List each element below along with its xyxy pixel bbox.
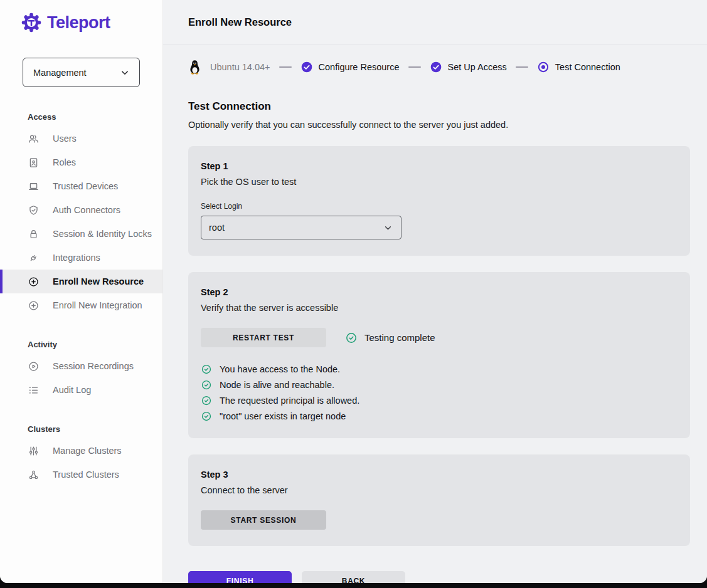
step1-card: Step 1 Pick the OS user to test Select L… [188,146,690,256]
start-session-button[interactable]: START SESSION [201,510,326,530]
sidebar-item-label: Trusted Devices [53,181,118,191]
sidebar-item-label: Enroll New Resource [53,276,144,286]
sidebar-item-label: Integrations [53,253,100,263]
check-item: Node is alive and reachable. [201,379,678,391]
plug-icon [28,252,40,264]
linux-tux-icon [188,59,201,75]
chevron-down-icon [119,67,130,78]
restart-test-button[interactable]: RESTART TEST [201,328,326,347]
window-bottom-edge [0,583,707,588]
sidebar-item-label: Session & Identity Locks [53,229,152,239]
nav-section-activity: Activity [0,331,162,354]
page-title: Enroll New Resource [188,16,292,28]
network-icon [28,469,40,481]
app-window: Teleport Management Access Users Roles T… [0,0,707,583]
finish-button[interactable]: FINISH [188,571,292,583]
section-subtitle: Optionally verify that you can successfu… [188,120,690,130]
sidebar-item-auth-connectors[interactable]: Auth Connectors [0,198,162,222]
wizard-footer: FINISH BACK [188,571,690,583]
sidebar-item-label: Roles [53,157,76,167]
main-panel: Enroll New Resource Ubuntu 14.04+ Config… [163,0,707,583]
workspace-selector[interactable]: Management [23,58,140,87]
stepper-divider [516,66,528,68]
sliders-icon [28,445,40,457]
login-select[interactable]: root [201,216,401,239]
enrollment-stepper: Ubuntu 14.04+ Configure Resource Set Up … [188,59,690,75]
brand-name: Teleport [47,13,110,33]
laptop-icon [28,181,40,192]
sidebar-nav: Access Users Roles Trusted Devices Auth … [0,103,162,486]
sidebar-item-trusted-devices[interactable]: Trusted Devices [0,174,162,198]
sidebar-item-users[interactable]: Users [0,127,162,150]
list-icon [28,384,40,396]
step-test-connection: Test Connection [537,61,620,73]
step-active-bullseye-icon [537,61,550,73]
sidebar-item-label: Trusted Clusters [53,470,119,480]
teleport-logo[interactable]: Teleport [21,13,162,33]
sidebar-item-roles[interactable]: Roles [0,150,162,174]
stepper-divider [279,66,292,68]
success-check-icon [201,364,212,375]
check-item-label: Node is alive and reachable. [220,380,334,390]
plus-circle-icon [28,276,40,288]
shield-check-icon [28,204,40,216]
step2-title: Step 2 [201,287,678,297]
check-item-label: You have access to the Node. [220,364,340,374]
resource-label: Ubuntu 14.04+ [210,62,270,72]
login-select-value: root [209,223,225,233]
sidebar-item-trusted-clusters[interactable]: Trusted Clusters [0,463,162,486]
select-login-label: Select Login [201,202,678,211]
sidebar-item-integrations[interactable]: Integrations [0,246,162,270]
chevron-down-icon [383,223,393,233]
step-configure-resource: Configure Resource [300,61,400,73]
check-item-label: The requested principal is allowed. [220,396,359,406]
step2-card: Step 2 Verify that the server is accessi… [188,272,690,438]
sidebar-item-enroll-new-integration[interactable]: Enroll New Integration [0,293,162,317]
users-icon [28,133,40,145]
step-complete-check-icon [300,61,313,73]
step2-description: Verify that the server is accessible [201,303,678,313]
sidebar-item-manage-clusters[interactable]: Manage Clusters [0,439,162,463]
step3-card: Step 3 Connect to the server START SESSI… [188,454,690,546]
success-check-icon [345,332,358,344]
sidebar-item-label: Session Recordings [53,361,134,371]
success-check-icon [201,379,212,391]
teleport-gear-icon [21,13,41,33]
page-header: Enroll New Resource [163,0,707,45]
sidebar: Teleport Management Access Users Roles T… [0,0,163,583]
step-label: Configure Resource [319,62,400,72]
workspace-selector-value: Management [33,68,87,78]
success-check-icon [201,411,212,422]
step3-title: Step 3 [201,470,678,480]
section-title: Test Connection [188,100,690,113]
play-circle-icon [28,360,40,372]
content-area: Ubuntu 14.04+ Configure Resource Set Up … [163,45,707,583]
step3-description: Connect to the server [201,485,678,495]
check-item: "root" user exists in target node [201,411,678,422]
step1-title: Step 1 [201,161,678,171]
nav-section-clusters: Clusters [0,416,162,439]
sidebar-item-label: Enroll New Integration [53,300,142,310]
step-label: Set Up Access [448,62,507,72]
test-status: Testing complete [345,332,435,344]
nav-section-access: Access [0,103,162,127]
step1-description: Pick the OS user to test [201,177,678,187]
check-item: The requested principal is allowed. [201,395,678,406]
plus-circle-icon [28,300,40,312]
success-check-icon [201,395,212,406]
sidebar-item-label: Manage Clusters [53,446,122,456]
sidebar-item-session-recordings[interactable]: Session Recordings [0,354,162,378]
sidebar-item-audit-log[interactable]: Audit Log [0,378,162,402]
check-item-label: "root" user exists in target node [220,411,346,421]
step-label: Test Connection [555,62,620,72]
step-set-up-access: Set Up Access [430,61,507,73]
sidebar-item-session-identity-locks[interactable]: Session & Identity Locks [0,222,162,246]
check-item: You have access to the Node. [201,364,678,375]
sidebar-item-enroll-new-resource[interactable]: Enroll New Resource [0,270,162,293]
sidebar-item-label: Audit Log [53,385,91,395]
step-complete-check-icon [430,61,442,73]
test-checklist: You have access to the Node. Node is ali… [201,364,678,422]
back-button[interactable]: BACK [302,571,405,583]
sidebar-item-label: Auth Connectors [53,205,120,215]
id-badge-icon [28,157,40,169]
